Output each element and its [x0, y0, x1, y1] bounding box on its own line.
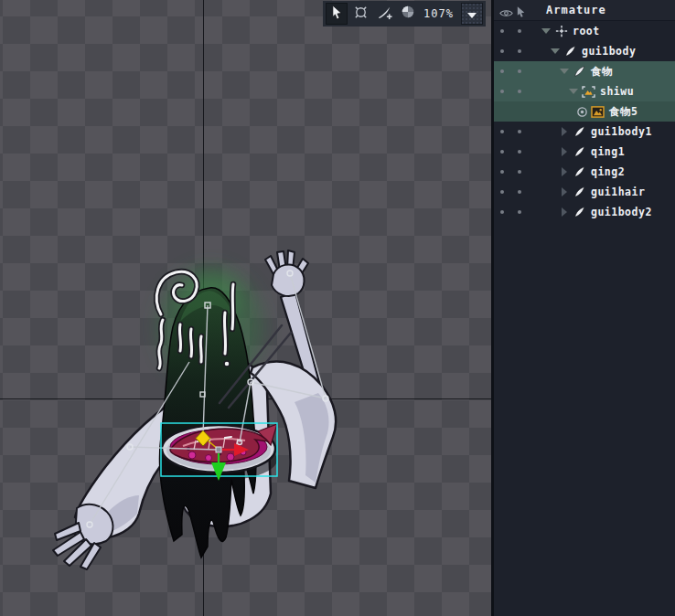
tree-row-label: root	[573, 25, 600, 37]
visibility-dot[interactable]	[500, 170, 504, 174]
tree-row-gui1body2[interactable]: gui1body2	[494, 202, 675, 222]
select-dot[interactable]	[518, 150, 521, 154]
image-frame-icon	[581, 85, 596, 99]
bone-icon	[572, 186, 587, 199]
image-slot-icon	[590, 105, 605, 119]
brush-plus-icon	[377, 5, 392, 24]
cursor-icon	[331, 5, 343, 24]
select-dot[interactable]	[518, 69, 521, 73]
expand-toggle[interactable]	[567, 86, 579, 97]
tree-row-label: 食物5	[609, 105, 638, 119]
hierarchy-tree: root gui1body 食物 shiwu 食物5 gui1body1	[494, 21, 675, 222]
visibility-dot[interactable]	[500, 210, 504, 214]
zoom-level-value: 107%	[420, 7, 459, 20]
bone-icon	[562, 45, 578, 58]
select-dot[interactable]	[518, 130, 521, 133]
gizmo-center-handle[interactable]	[216, 447, 221, 452]
visibility-dot[interactable]	[500, 49, 504, 53]
app-window: 107% Armature root	[0, 0, 675, 616]
hierarchy-header: Armature	[494, 0, 675, 21]
viewport-toolbar: 107%	[323, 1, 486, 27]
bone-icon	[572, 165, 587, 179]
create-bone-tool-button[interactable]	[373, 3, 395, 25]
tree-row-label: gui1body1	[591, 125, 652, 138]
bone-icon	[572, 145, 587, 159]
target-icon[interactable]	[576, 106, 588, 117]
expand-toggle[interactable]	[558, 207, 570, 218]
panel-title: Armature	[546, 4, 606, 16]
visibility-dot[interactable]	[500, 90, 504, 93]
visibility-dot[interactable]	[500, 130, 504, 133]
expand-toggle[interactable]	[540, 26, 552, 37]
select-tool-button[interactable]	[326, 3, 348, 25]
tree-row-label: shiwu	[600, 85, 634, 98]
tree-row-gui1body[interactable]: gui1body	[494, 41, 675, 61]
tree-row-label: qing2	[591, 165, 625, 178]
select-dot[interactable]	[518, 90, 521, 93]
tree-row-gui1body1[interactable]: gui1body1	[494, 122, 675, 142]
select-dot[interactable]	[518, 29, 521, 33]
viewport-canvas[interactable]: 107%	[0, 0, 491, 616]
select-dot[interactable]	[518, 210, 521, 214]
chevron-down-icon	[466, 5, 477, 23]
select-dot[interactable]	[518, 170, 521, 174]
tree-row-label: gui1hair	[591, 186, 645, 198]
bone-icon	[572, 65, 587, 79]
view-sphere-tool-button[interactable]	[397, 3, 419, 25]
ghost-character-sprite[interactable]	[53, 250, 336, 569]
expand-toggle[interactable]	[558, 66, 570, 77]
tree-row-root[interactable]: root	[494, 21, 675, 41]
tree-row-label: gui1body2	[591, 206, 652, 218]
expand-toggle[interactable]	[558, 126, 570, 137]
visibility-dot[interactable]	[500, 29, 504, 33]
tree-row-食物[interactable]: 食物	[494, 61, 675, 81]
tree-row-label: qing1	[591, 145, 625, 158]
visibility-dot[interactable]	[500, 190, 504, 194]
visibility-dot[interactable]	[500, 69, 504, 73]
tree-row-gui1hair[interactable]: gui1hair	[494, 182, 675, 202]
zoom-dropdown-button[interactable]	[461, 3, 483, 25]
bone-icon	[572, 125, 587, 139]
expand-toggle[interactable]	[558, 146, 570, 157]
expand-toggle[interactable]	[549, 46, 561, 57]
tree-row-食物5[interactable]: 食物5	[494, 101, 675, 122]
free-transform-tool-button[interactable]	[349, 3, 371, 25]
cursor-icon[interactable]	[517, 5, 526, 22]
root-bone-icon	[553, 25, 569, 38]
visibility-dot[interactable]	[500, 150, 504, 154]
tree-row-shiwu[interactable]: shiwu	[494, 81, 675, 101]
hierarchy-panel: Armature root gui1body 食物 shiwu 食	[494, 0, 675, 616]
tree-row-label: gui1body	[582, 45, 636, 58]
expand-toggle[interactable]	[558, 166, 570, 177]
left-hand	[53, 504, 112, 569]
expand-toggle[interactable]	[558, 186, 570, 197]
circle-handles-icon	[353, 5, 369, 24]
tree-row-label: 食物	[591, 65, 613, 79]
bone-icon	[572, 206, 587, 219]
select-dot[interactable]	[518, 190, 521, 194]
sphere-icon	[401, 5, 415, 23]
tree-row-qing2[interactable]: qing2	[494, 162, 675, 182]
tree-row-qing1[interactable]: qing1	[494, 142, 675, 162]
eye-icon[interactable]	[499, 5, 513, 22]
select-dot[interactable]	[518, 49, 521, 53]
